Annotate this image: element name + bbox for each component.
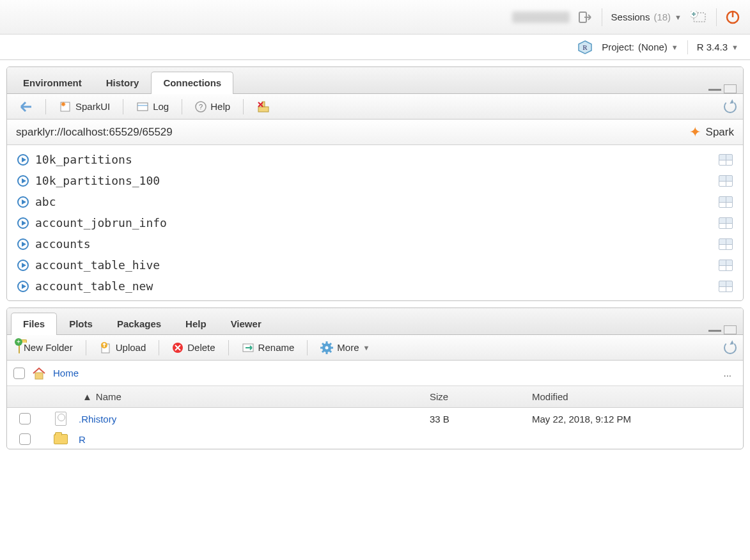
minimize-pane-button[interactable] bbox=[708, 87, 721, 91]
preview-table-icon[interactable] bbox=[719, 217, 733, 229]
rename-icon bbox=[242, 342, 254, 354]
refresh-icon[interactable] bbox=[724, 100, 737, 113]
column-header-size[interactable]: Size bbox=[430, 391, 532, 402]
new-folder-icon: + bbox=[19, 342, 20, 353]
expand-icon[interactable] bbox=[17, 196, 29, 208]
select-all-checkbox[interactable] bbox=[13, 368, 25, 379]
table-name: 10k_partitions_100 bbox=[35, 174, 160, 187]
table-row[interactable]: account_table_new bbox=[7, 276, 743, 297]
row-checkbox[interactable] bbox=[19, 433, 31, 445]
tab-history[interactable]: History bbox=[94, 72, 152, 94]
power-icon[interactable] bbox=[726, 10, 740, 24]
column-header-modified[interactable]: Modified bbox=[532, 391, 743, 402]
back-button[interactable] bbox=[13, 98, 38, 115]
separator bbox=[228, 340, 229, 355]
r-version-selector[interactable]: R 3.4.3 ▼ bbox=[697, 42, 738, 52]
separator bbox=[716, 8, 717, 26]
project-selector[interactable]: Project: (None) ▼ bbox=[602, 42, 678, 52]
separator bbox=[243, 99, 244, 114]
tab-environment[interactable]: Environment bbox=[11, 72, 94, 94]
separator bbox=[182, 99, 182, 114]
table-row[interactable]: account_table_hive bbox=[7, 254, 743, 276]
help-button[interactable]: ? Help bbox=[190, 98, 235, 115]
file-modified: May 22, 2018, 9:12 PM bbox=[532, 414, 743, 424]
project-value: (None) bbox=[638, 42, 668, 52]
rename-button[interactable]: Rename bbox=[237, 339, 300, 356]
upload-button[interactable]: Upload bbox=[94, 339, 152, 357]
preview-table-icon[interactable] bbox=[719, 196, 733, 208]
tab-files[interactable]: Files bbox=[11, 313, 57, 335]
preview-table-icon[interactable] bbox=[719, 175, 733, 187]
expand-icon[interactable] bbox=[17, 217, 29, 229]
file-row: R bbox=[7, 430, 743, 449]
table-name: account_table_new bbox=[35, 279, 153, 293]
pane-window-controls bbox=[708, 84, 739, 93]
more-label: More bbox=[337, 342, 359, 353]
separator bbox=[45, 99, 46, 114]
delete-label: Delete bbox=[187, 342, 215, 353]
table-row[interactable]: 10k_partitions bbox=[7, 149, 743, 170]
svg-rect-26 bbox=[35, 373, 43, 379]
more-dropdown[interactable]: More ▼ bbox=[315, 339, 375, 357]
separator bbox=[123, 99, 123, 114]
chevron-down-icon: ▼ bbox=[671, 43, 678, 51]
delete-button[interactable]: Delete bbox=[167, 339, 220, 356]
table-name: accounts bbox=[35, 237, 91, 251]
tab-packages[interactable]: Packages bbox=[105, 313, 173, 335]
expand-icon[interactable] bbox=[17, 154, 29, 166]
username-redacted bbox=[512, 12, 570, 23]
separator bbox=[687, 40, 688, 54]
new-folder-label: New Folder bbox=[24, 342, 73, 353]
maximize-pane-button[interactable] bbox=[724, 325, 737, 334]
log-button[interactable]: Log bbox=[131, 98, 174, 115]
gear-icon bbox=[320, 341, 333, 354]
tab-connections[interactable]: Connections bbox=[151, 72, 233, 94]
disconnect-icon bbox=[256, 100, 270, 113]
column-header-name[interactable]: ▲ Name bbox=[79, 391, 430, 402]
expand-icon[interactable] bbox=[17, 281, 29, 292]
sessions-label: Sessions bbox=[611, 12, 650, 22]
table-row[interactable]: abc bbox=[7, 191, 743, 212]
sessions-dropdown[interactable]: Sessions (18) ▼ bbox=[611, 12, 682, 22]
chevron-down-icon: ▼ bbox=[731, 43, 738, 51]
row-checkbox[interactable] bbox=[19, 413, 31, 424]
tab-viewer[interactable]: Viewer bbox=[219, 313, 274, 335]
preview-table-icon[interactable] bbox=[719, 260, 733, 271]
home-icon[interactable] bbox=[31, 366, 47, 380]
breadcrumb-home[interactable]: Home bbox=[53, 368, 79, 378]
new-folder-button[interactable]: + New Folder bbox=[13, 339, 78, 355]
project-label: Project: bbox=[602, 42, 634, 52]
table-row[interactable]: account_jobrun_info bbox=[7, 212, 743, 233]
path-row: Home ... bbox=[7, 361, 743, 386]
files-toolbar: + New Folder Upload Delete Rename More ▼ bbox=[7, 335, 743, 361]
path-overflow-button[interactable]: ... bbox=[723, 368, 737, 378]
table-name: 10k_partitions bbox=[35, 153, 132, 166]
sparkui-button[interactable]: SparkUI bbox=[54, 98, 115, 116]
table-name: abc bbox=[35, 195, 56, 208]
preview-table-icon[interactable] bbox=[719, 154, 733, 166]
refresh-icon[interactable] bbox=[724, 341, 737, 354]
minimize-pane-button[interactable] bbox=[708, 328, 721, 332]
r-version-label: R 3.4.3 bbox=[697, 42, 728, 52]
tab-help[interactable]: Help bbox=[173, 313, 219, 335]
expand-icon[interactable] bbox=[17, 260, 29, 271]
preview-table-icon[interactable] bbox=[719, 238, 733, 250]
file-name[interactable]: R bbox=[79, 434, 86, 445]
rename-label: Rename bbox=[258, 342, 295, 353]
tab-plots[interactable]: Plots bbox=[57, 313, 105, 335]
upload-label: Upload bbox=[116, 342, 146, 353]
expand-icon[interactable] bbox=[17, 238, 29, 250]
preview-table-icon[interactable] bbox=[719, 281, 733, 292]
table-row[interactable]: accounts bbox=[7, 233, 743, 254]
sessions-count: (18) bbox=[653, 12, 671, 22]
table-row[interactable]: 10k_partitions_100 bbox=[7, 170, 743, 191]
file-name[interactable]: .Rhistory bbox=[79, 414, 116, 424]
new-session-icon[interactable] bbox=[691, 11, 707, 24]
sign-out-icon[interactable] bbox=[579, 11, 593, 24]
maximize-pane-button[interactable] bbox=[724, 84, 737, 93]
disconnect-button[interactable] bbox=[251, 98, 276, 116]
expand-icon[interactable] bbox=[17, 175, 29, 187]
spark-star-icon: ✦ bbox=[689, 124, 701, 141]
svg-point-25 bbox=[325, 346, 329, 349]
connections-tabstrip: Environment History Connections bbox=[7, 67, 743, 94]
